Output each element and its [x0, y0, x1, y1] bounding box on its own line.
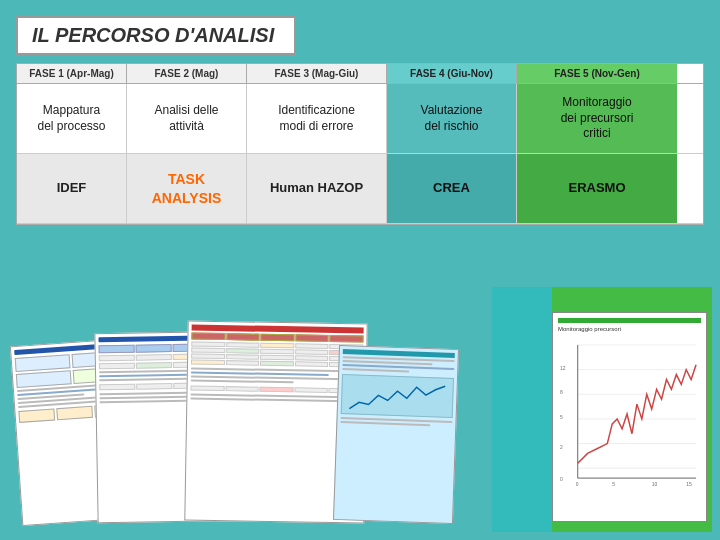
paper-block [56, 406, 93, 420]
grid-cell [226, 342, 260, 348]
crea-chart-area [341, 374, 454, 418]
grid-cell [136, 383, 172, 390]
cell-crea: CREA [387, 154, 517, 223]
grid-cell [295, 355, 329, 361]
grid-cell [294, 387, 328, 393]
paper-block [15, 354, 71, 372]
cell-valutazione: Valutazionedel rischio [387, 84, 517, 153]
grid-cell [261, 334, 295, 342]
header-fase5: FASE 5 (Nov-Gen) [517, 64, 677, 83]
table-header-row: FASE 1 (Apr-Mag) FASE 2 (Mag) FASE 3 (Ma… [17, 64, 703, 84]
paper-block [18, 408, 55, 422]
grid-cell [191, 354, 225, 360]
grid-cell [295, 349, 329, 355]
papers-container [16, 292, 466, 522]
grid-cell [191, 360, 225, 366]
grid-cell [330, 335, 364, 343]
svg-text:0: 0 [560, 477, 563, 482]
grid-cell [295, 361, 329, 367]
grid-cell [136, 354, 172, 361]
header-fase2: FASE 2 (Mag) [127, 64, 247, 83]
erasmo-chart-container: Monitoraggio precursori 0 2 5 8 12 0 5 1… [552, 312, 707, 522]
paper-line [191, 380, 294, 384]
grid-cell [260, 355, 294, 361]
erasmo-header [558, 318, 701, 323]
cell-analisi: Analisi delleattività [127, 84, 247, 153]
svg-text:12: 12 [560, 366, 566, 371]
grid-cell [191, 342, 225, 348]
table-row-2: IDEF TASKANALYSIS Human HAZOP CREA ERASM… [17, 154, 703, 224]
grid-cell [99, 384, 135, 391]
grid-cell [260, 361, 294, 367]
grid-cell [136, 344, 172, 353]
page-title: IL PERCORSO D'ANALISI [32, 24, 274, 46]
paper-line [342, 368, 409, 372]
grid-cell [226, 348, 260, 354]
title-bar: IL PERCORSO D'ANALISI [16, 16, 296, 55]
cell-task-analysis: TASKANALYSIS [127, 154, 247, 223]
grid-cell [191, 333, 225, 341]
table-wrapper: IL PERCORSO D'ANALISI FASE 1 (Apr-Mag) F… [16, 16, 704, 225]
grid-cell [99, 355, 135, 362]
erasmo-chart-svg: 0 2 5 8 12 0 5 10 15 [558, 334, 701, 494]
table-row-1: Mappaturadel processo Analisi delleattiv… [17, 84, 703, 154]
main-container: IL PERCORSO D'ANALISI FASE 1 (Apr-Mag) F… [8, 8, 712, 532]
svg-text:0: 0 [576, 482, 579, 487]
svg-text:10: 10 [652, 482, 658, 487]
grid-cell [226, 354, 260, 360]
cell-human-hazop: Human HAZOP [247, 154, 387, 223]
grid-cell [295, 343, 329, 349]
cell-monitoraggio: Monitoraggiodei precursoricritici [517, 84, 677, 153]
paper-crea [333, 345, 459, 524]
grid-cell [191, 348, 225, 354]
header-fase4: FASE 4 (Giu-Nov) [387, 64, 517, 83]
grid-cell [99, 345, 135, 354]
analysis-table: FASE 1 (Apr-Mag) FASE 2 (Mag) FASE 3 (Ma… [16, 63, 704, 225]
header-fase1: FASE 1 (Apr-Mag) [17, 64, 127, 83]
paper-block [16, 370, 72, 388]
cell-erasmo: ERASMO [517, 154, 677, 223]
header-fase3: FASE 3 (Mag-Giu) [247, 64, 387, 83]
paper-crea-content [334, 346, 458, 523]
cell-mappatura: Mappaturadel processo [17, 84, 127, 153]
grid-cell [295, 334, 329, 342]
grid-cell [260, 343, 294, 349]
grid-cell [260, 387, 294, 393]
grid-cell [260, 349, 294, 355]
crea-chart-svg [342, 375, 453, 417]
svg-text:2: 2 [560, 445, 563, 450]
grid-cell [226, 360, 260, 366]
svg-text:15: 15 [686, 482, 692, 487]
grid-cell [136, 362, 172, 369]
svg-text:5: 5 [560, 415, 563, 420]
grid-cell [226, 333, 260, 341]
erasmo-label: Monitoraggio precursori [558, 326, 701, 332]
svg-text:5: 5 [612, 482, 615, 487]
grid-cell [225, 386, 259, 392]
grid-cell [191, 386, 225, 392]
cell-idef: IDEF [17, 154, 127, 223]
paper-line [340, 421, 430, 426]
cell-identificazione: Identificazionemodi di errore [247, 84, 387, 153]
grid-cell [99, 363, 135, 370]
paper-line [99, 378, 187, 382]
svg-text:8: 8 [560, 390, 563, 395]
